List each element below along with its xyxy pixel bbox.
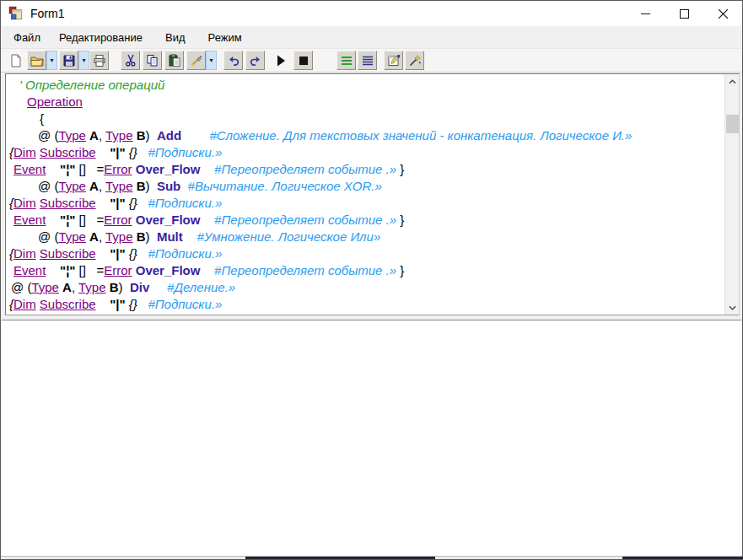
code-token: "|" bbox=[110, 246, 125, 261]
title-bar[interactable]: Form1 bbox=[1, 1, 742, 26]
code-token: B bbox=[137, 128, 146, 143]
code-token: #Подписки.» bbox=[148, 196, 222, 210]
form1-window: Form1 ФайлРедактированиеВидРежим ▾▾▾ ' О… bbox=[0, 0, 743, 560]
code-token: Type bbox=[58, 229, 86, 244]
wizard-icon bbox=[408, 54, 422, 67]
code-token: Mult bbox=[157, 229, 183, 244]
minimize-button[interactable] bbox=[626, 1, 665, 26]
code-token: [] = bbox=[75, 162, 104, 176]
scroll-thumb[interactable] bbox=[726, 115, 739, 133]
code-token: Add bbox=[157, 128, 181, 143]
code-token bbox=[200, 263, 214, 277]
code-token bbox=[181, 128, 209, 143]
print-icon bbox=[93, 54, 106, 67]
code-token: #Переопределяет событие .» bbox=[214, 263, 396, 277]
code-token: , bbox=[99, 179, 105, 193]
bottom-strip-segment bbox=[622, 557, 743, 559]
menu-item-view[interactable]: Вид bbox=[156, 27, 195, 48]
code-token: #Умножение. Логическое Или» bbox=[197, 229, 380, 244]
format-brush-button[interactable] bbox=[186, 51, 206, 70]
code-token: Subscribe bbox=[40, 145, 96, 159]
code-line: Operation bbox=[6, 94, 724, 110]
code-token bbox=[200, 213, 214, 227]
code-token: Type bbox=[58, 179, 86, 193]
code-token: ) bbox=[146, 179, 157, 193]
window-controls bbox=[626, 1, 742, 26]
run-button[interactable] bbox=[271, 51, 290, 70]
code-token: {} bbox=[129, 297, 137, 311]
code-token: #Подписки.» bbox=[148, 246, 222, 261]
code-token: "|" bbox=[110, 145, 125, 159]
code-token: @ ( bbox=[38, 179, 58, 193]
code-token: @ ( bbox=[38, 229, 58, 244]
cut-button[interactable] bbox=[121, 51, 140, 70]
format-brush-dropdown-button[interactable]: ▾ bbox=[206, 51, 217, 70]
green-lines-button[interactable] bbox=[337, 51, 356, 70]
code-token: @ ( bbox=[38, 128, 58, 143]
code-token: Operation bbox=[27, 94, 83, 109]
close-icon bbox=[718, 8, 729, 19]
code-token: Type bbox=[105, 229, 133, 244]
maximize-icon bbox=[680, 9, 689, 19]
open-folder-button[interactable] bbox=[27, 51, 46, 70]
code-token: {} bbox=[129, 145, 137, 159]
code-token: Type bbox=[105, 128, 133, 143]
code-token: Sub bbox=[157, 179, 180, 193]
menu-item-mode[interactable]: Режим bbox=[199, 27, 251, 48]
code-editor[interactable]: ' Определение операцийOperation{@ (Type … bbox=[5, 73, 740, 315]
save-button[interactable] bbox=[59, 51, 78, 70]
save-dropdown-button[interactable]: ▾ bbox=[78, 51, 89, 70]
editor-vertical-scrollbar[interactable] bbox=[724, 74, 739, 315]
copy-button[interactable] bbox=[143, 51, 162, 70]
code-token: #Подписки.» bbox=[148, 297, 222, 311]
redo-button[interactable] bbox=[245, 51, 265, 70]
open-folder-icon bbox=[30, 54, 44, 67]
code-token bbox=[137, 297, 148, 311]
code-token: @ ( bbox=[11, 280, 31, 294]
output-panel[interactable] bbox=[2, 320, 741, 557]
minimize-icon bbox=[641, 13, 650, 14]
code-line: Event "¦" [] =Error Over_Flow #Переопред… bbox=[6, 212, 724, 229]
maximize-button[interactable] bbox=[665, 1, 703, 26]
menu-item-edit[interactable]: Редактирование bbox=[50, 27, 152, 48]
code-line: {Dim Subscribe "|" {} #Подписки.» bbox=[6, 195, 724, 212]
code-token: #Переопределяет событие .» bbox=[214, 213, 396, 227]
stop-button[interactable] bbox=[293, 51, 313, 70]
code-token: A bbox=[89, 128, 99, 143]
code-token: ' Определение операций bbox=[19, 78, 164, 92]
code-token: A bbox=[89, 179, 99, 193]
chevron-down-icon: ▾ bbox=[82, 57, 85, 64]
code-token: Type bbox=[105, 179, 133, 193]
code-lines[interactable]: ' Определение операцийOperation{@ (Type … bbox=[6, 74, 724, 315]
code-token: #Переопределяет событие .» bbox=[214, 162, 396, 176]
properties-icon bbox=[387, 54, 401, 67]
code-token: Subscribe bbox=[40, 297, 96, 311]
green-lines-icon bbox=[340, 54, 353, 67]
scroll-down-button[interactable] bbox=[725, 300, 740, 315]
navy-lines-button[interactable] bbox=[358, 51, 377, 70]
wizard-button[interactable] bbox=[405, 51, 424, 70]
code-token: } bbox=[396, 162, 404, 176]
properties-button[interactable] bbox=[384, 51, 403, 70]
open-folder-dropdown-button[interactable]: ▾ bbox=[46, 51, 57, 70]
window-title: Form1 bbox=[30, 7, 64, 20]
code-token: #Деление.» bbox=[167, 280, 235, 294]
code-token bbox=[137, 145, 148, 159]
code-token: "|" bbox=[110, 297, 125, 311]
menu-item-file[interactable]: Файл bbox=[4, 27, 50, 48]
code-token: ) bbox=[119, 280, 130, 294]
code-token: "¦" bbox=[60, 263, 75, 277]
code-token bbox=[46, 263, 60, 277]
print-button[interactable] bbox=[89, 51, 109, 70]
code-token: {} bbox=[129, 196, 137, 210]
close-button[interactable] bbox=[703, 1, 742, 26]
bottom-strip-segment bbox=[245, 557, 435, 559]
undo-button[interactable] bbox=[223, 51, 243, 70]
new-file-button[interactable] bbox=[6, 51, 25, 70]
code-token: "|" bbox=[110, 196, 125, 210]
paste-button[interactable] bbox=[164, 51, 184, 70]
scroll-up-button[interactable] bbox=[725, 74, 740, 89]
code-token bbox=[46, 162, 60, 176]
code-token: Dim bbox=[13, 145, 36, 159]
code-line: Event "¦" [] =Error Over_Flow #Переопред… bbox=[6, 262, 724, 279]
